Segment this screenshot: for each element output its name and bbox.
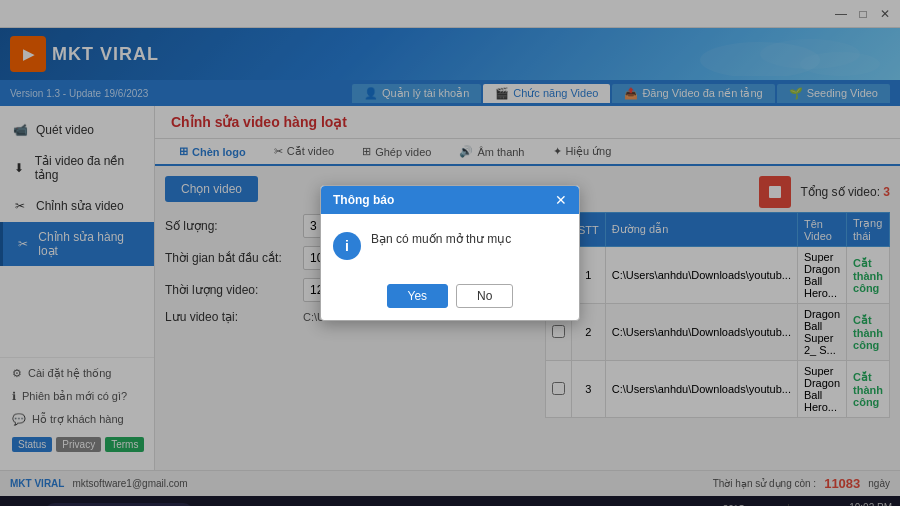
dialog-no-button[interactable]: No bbox=[456, 284, 513, 308]
dialog: Thông báo ✕ i Bạn có muốn mở thư mục Yes… bbox=[320, 185, 580, 321]
dialog-message: Bạn có muốn mở thư mục bbox=[371, 230, 511, 248]
dialog-header: Thông báo ✕ bbox=[321, 186, 579, 214]
dialog-info-icon: i bbox=[333, 232, 361, 260]
dialog-yes-button[interactable]: Yes bbox=[387, 284, 449, 308]
dialog-close-button[interactable]: ✕ bbox=[555, 192, 567, 208]
dialog-overlay: Thông báo ✕ i Bạn có muốn mở thư mục Yes… bbox=[0, 0, 900, 506]
dialog-footer: Yes No bbox=[321, 276, 579, 320]
dialog-title: Thông báo bbox=[333, 193, 394, 207]
dialog-body: i Bạn có muốn mở thư mục bbox=[321, 214, 579, 276]
